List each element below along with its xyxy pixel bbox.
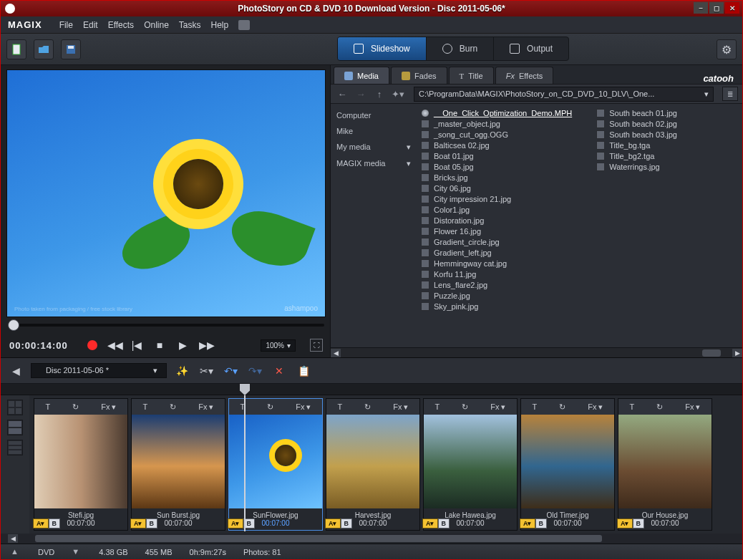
file-item[interactable]: South beach 02.jpg — [595, 119, 679, 129]
prev-button[interactable]: |◀ — [130, 339, 143, 351]
undo-button[interactable]: ↶▾ — [221, 362, 240, 380]
transition-ab[interactable]: A▾B — [325, 518, 352, 528]
redo-button[interactable]: ↷▾ — [246, 362, 264, 380]
file-item[interactable]: Distoration.jpg — [419, 216, 573, 226]
clip-thumb[interactable] — [229, 415, 322, 508]
tl-scroll-left[interactable]: ◀ — [8, 534, 18, 543]
preview-image[interactable]: ashampoo Photo taken from packaging / fr… — [6, 69, 326, 317]
scrub-track[interactable] — [8, 324, 324, 327]
file-item[interactable]: _master_object.jpg — [419, 119, 573, 129]
file-item[interactable]: _song_cut_ogg.OGG — [419, 130, 573, 140]
scroll-left-icon[interactable]: ◀ — [331, 349, 341, 357]
transition-ab[interactable]: A▾B — [33, 518, 60, 528]
view-strip[interactable] — [7, 420, 23, 435]
transition-ab[interactable]: A▾B — [422, 518, 450, 528]
clip-thumb[interactable] — [424, 415, 517, 508]
mode-output[interactable]: Output — [494, 37, 568, 60]
rewind-button[interactable]: ◀◀ — [107, 339, 120, 351]
clip-thumb[interactable] — [618, 415, 712, 508]
clip-fx-btn[interactable]: Fx ▾ — [101, 402, 116, 412]
clip-fx-btn[interactable]: Fx ▾ — [296, 402, 311, 412]
file-item[interactable]: Gradient_circle.jpg — [419, 237, 573, 247]
file-item[interactable]: South beach 01.jpg — [595, 108, 679, 118]
transition-ab[interactable]: A▾B — [130, 518, 157, 528]
transition-ab[interactable]: A▾B — [617, 518, 644, 528]
browser-scrollbar[interactable]: ◀ ▶ — [331, 347, 742, 357]
clip-fx-btn[interactable]: Fx ▾ — [685, 402, 700, 412]
file-item[interactable]: Flower 16.jpg — [419, 226, 573, 236]
transition-ab[interactable]: A▾B — [228, 518, 255, 528]
tree-magix[interactable]: MAGIX media▾ — [336, 159, 411, 168]
path-field[interactable]: C:\ProgramData\MAGIX\PhotoStory_on_CD_DV… — [414, 87, 714, 102]
split-button[interactable]: ✂▾ — [197, 362, 215, 380]
tab-effects[interactable]: FxEffects — [495, 67, 554, 84]
clip-rotate-btn[interactable]: ↻ — [656, 402, 663, 412]
play-button[interactable]: ▶ — [176, 339, 189, 351]
stop-button[interactable]: ■ — [153, 339, 166, 351]
clip-title-btn[interactable]: T — [142, 402, 147, 411]
close-button[interactable]: ✕ — [725, 2, 739, 14]
clip-rotate-btn[interactable]: ↻ — [267, 402, 273, 412]
file-item[interactable]: Sky_pink.jpg — [419, 301, 573, 312]
nav-back[interactable]: ← — [335, 87, 349, 101]
clip-title-btn[interactable]: T — [240, 402, 245, 411]
nav-forward[interactable]: → — [354, 87, 368, 101]
file-item[interactable]: City impression 21.jpg — [419, 194, 573, 204]
menu-effects[interactable]: Effects — [108, 20, 134, 30]
file-item[interactable]: Color1.jpg — [419, 205, 573, 215]
clip-item[interactable]: T↻Fx ▾A▾BSun Burst.jpg00:07:00 — [131, 398, 225, 531]
scrub-thumb[interactable] — [8, 319, 19, 331]
status-down-icon[interactable]: ▼ — [72, 547, 82, 557]
file-item[interactable]: Balticsea 02.jpg — [419, 140, 573, 150]
mode-burn[interactable]: Burn — [427, 37, 494, 60]
clip-item[interactable]: T↻Fx ▾A▾BLake Hawea.jpg00:07:00 — [423, 398, 518, 531]
minimize-button[interactable]: – — [694, 2, 708, 14]
clip-thumb[interactable] — [34, 415, 127, 508]
clip-title-btn[interactable]: T — [45, 402, 50, 411]
record-button[interactable] — [87, 340, 97, 350]
clip-thumb[interactable] — [132, 415, 225, 508]
wizard-button[interactable]: ✨ — [173, 362, 191, 380]
file-item[interactable]: Waterrings.jpg — [595, 162, 679, 172]
file-item[interactable]: Title_bg.tga — [595, 140, 679, 150]
clip-item[interactable]: T↻Fx ▾A▾BOur House.jpg00:07:00 — [618, 398, 712, 531]
clip-title-btn[interactable]: T — [532, 402, 537, 411]
clip-item[interactable]: T↻Fx ▾A▾BStefi.jpg00:07:00 — [34, 398, 128, 531]
file-item[interactable]: __One_Click_Optimization_Demo.MPH — [419, 108, 573, 118]
tree-computer[interactable]: Computer — [336, 111, 411, 120]
clip-thumb[interactable] — [326, 415, 419, 508]
clip-rotate-btn[interactable]: ↻ — [462, 402, 468, 412]
file-item[interactable]: Lens_flare2.jpg — [419, 280, 573, 290]
file-item[interactable]: Hemmingway cat.jpg — [419, 259, 573, 269]
zoom-select[interactable]: 100%▾ — [261, 339, 296, 352]
transition-ab[interactable]: A▾B — [520, 518, 547, 528]
menu-tasks[interactable]: Tasks — [179, 20, 201, 30]
file-item[interactable]: Puzzle.jpg — [419, 291, 573, 301]
open-button[interactable] — [34, 39, 54, 59]
view-grid[interactable] — [7, 400, 23, 415]
menu-help[interactable]: Help — [211, 20, 229, 30]
catooh-link[interactable]: catooh — [703, 73, 734, 84]
nav-options[interactable]: ✦▾ — [391, 87, 405, 101]
clip-item[interactable]: T↻Fx ▾A▾BHarvest.jpg00:07:00 — [326, 398, 420, 531]
clip-fx-btn[interactable]: Fx ▾ — [490, 402, 505, 412]
clip-fx-btn[interactable]: Fx ▾ — [198, 402, 213, 412]
clip-fx-btn[interactable]: Fx ▾ — [588, 402, 603, 412]
menu-online[interactable]: Online — [144, 20, 169, 30]
new-button[interactable] — [6, 39, 26, 59]
scrollbar-thumb[interactable] — [702, 349, 721, 357]
tab-title[interactable]: TTitle — [449, 67, 494, 84]
disc-select[interactable]: Disc 2011-05-06 *▾ — [31, 363, 167, 378]
tl-scrollbar-thumb[interactable] — [35, 535, 602, 542]
file-item[interactable]: Boat 05.jpg — [419, 162, 573, 172]
fullscreen-button[interactable]: ⛶ — [310, 339, 323, 352]
menu-edit[interactable]: Edit — [83, 20, 98, 30]
delete-button[interactable]: ✕ — [270, 362, 288, 380]
paste-button[interactable]: 📋 — [294, 362, 313, 380]
nav-up[interactable]: ↑ — [372, 87, 387, 101]
file-item[interactable]: Gradient_left.jpg — [419, 248, 573, 258]
tl-prev-disc[interactable]: ◀ — [6, 362, 25, 380]
maximize-button[interactable]: ◻ — [709, 2, 724, 14]
view-toggle[interactable]: ≣ — [722, 87, 738, 101]
clip-item[interactable]: T↻Fx ▾A▾BSunFlower.jpg00:07:00 — [228, 398, 323, 531]
